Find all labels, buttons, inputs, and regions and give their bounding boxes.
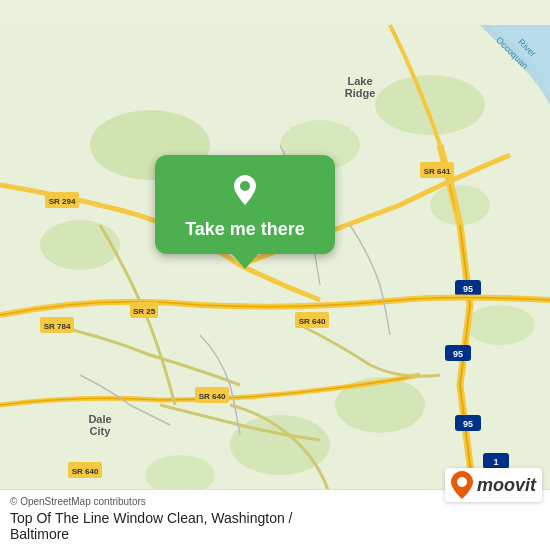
svg-text:SR 784: SR 784 [44, 322, 71, 331]
callout-popup[interactable]: Take me there [155, 155, 335, 269]
svg-text:95: 95 [453, 349, 463, 359]
svg-text:Lake: Lake [347, 75, 372, 87]
svg-text:SR 641: SR 641 [424, 167, 451, 176]
map-container: 95 95 95 1 SR 294 [0, 0, 550, 550]
svg-text:SR 640: SR 640 [299, 317, 326, 326]
svg-text:SR 640: SR 640 [199, 392, 226, 401]
svg-text:Ridge: Ridge [345, 87, 376, 99]
svg-point-39 [240, 181, 250, 191]
callout-label: Take me there [185, 219, 305, 240]
svg-text:City: City [90, 425, 112, 437]
moovit-logo: moovit [445, 468, 542, 502]
callout-tail [231, 253, 259, 269]
svg-text:SR 640: SR 640 [72, 467, 99, 476]
moovit-pin-icon [451, 471, 473, 499]
svg-text:95: 95 [463, 284, 473, 294]
location-pin-icon [223, 167, 267, 211]
location-title: Top Of The Line Window Clean, Washington… [10, 510, 540, 542]
svg-text:Dale: Dale [88, 413, 111, 425]
svg-text:95: 95 [463, 419, 473, 429]
location-name-line2: Baltimore [10, 526, 69, 542]
callout-box[interactable]: Take me there [155, 155, 335, 254]
svg-point-2 [40, 220, 120, 270]
svg-text:1: 1 [493, 457, 498, 467]
svg-point-7 [375, 75, 485, 135]
svg-point-40 [457, 477, 467, 487]
location-name-line1: Top Of The Line Window Clean, Washington… [10, 510, 292, 526]
svg-point-9 [465, 305, 535, 345]
svg-text:SR 294: SR 294 [49, 197, 76, 206]
moovit-brand-text: moovit [477, 475, 536, 496]
svg-text:SR 25: SR 25 [133, 307, 156, 316]
